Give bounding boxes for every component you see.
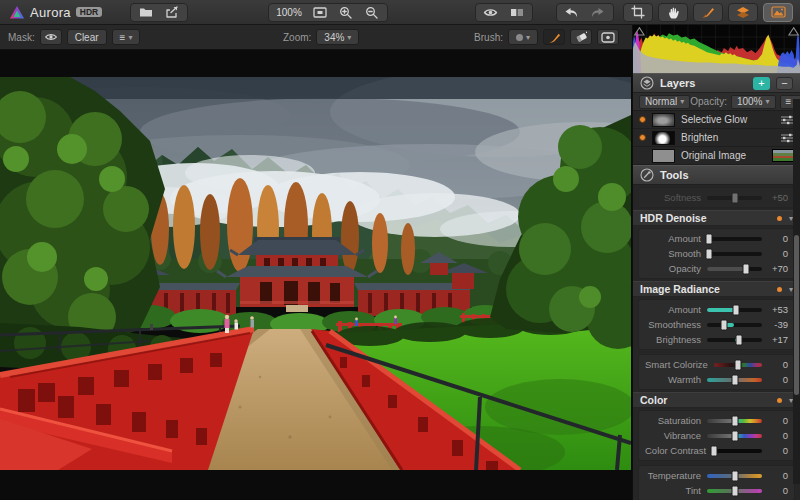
chevron-down-icon: ▾ <box>128 33 132 42</box>
chevron-down-icon: ▾ <box>680 97 684 106</box>
section-header-hdr-denoise[interactable]: HDR Denoise ▾ <box>633 210 800 226</box>
chevron-down-icon: ▾ <box>766 97 770 106</box>
brush-tool-button[interactable] <box>693 3 723 22</box>
smoothness-slider[interactable] <box>707 323 762 327</box>
file-group <box>130 3 188 22</box>
mask-menu-button[interactable]: ≡ ▾ <box>112 29 141 45</box>
smooth-slider[interactable] <box>707 252 762 256</box>
photo-byodo-in-temple[interactable] <box>0 77 631 470</box>
softness-slider[interactable] <box>707 196 762 200</box>
mask-visibility-button[interactable] <box>40 29 62 45</box>
layers-tool-button[interactable] <box>728 3 758 22</box>
compare-button[interactable] <box>504 4 530 21</box>
layer-thumbnail[interactable] <box>652 149 675 163</box>
slider-label: Softness <box>645 192 707 203</box>
layer-settings-icon[interactable] <box>780 133 794 143</box>
add-layer-button[interactable]: + <box>753 77 770 90</box>
tools-panel-icon <box>640 168 654 182</box>
mask-label: Mask: <box>8 32 35 43</box>
layer-visibility-dot[interactable] <box>639 134 646 141</box>
color-contrast-slider[interactable] <box>712 449 762 453</box>
fit-screen-button[interactable] <box>307 4 333 21</box>
saturation-slider[interactable] <box>707 419 762 423</box>
preview-eye-button[interactable] <box>478 4 504 21</box>
slider-row-smooth: Smooth 0 <box>645 247 788 260</box>
slider-row-warmth: Warmth 0 <box>645 373 788 386</box>
amount-slider[interactable] <box>707 308 762 312</box>
vibrance-slider[interactable] <box>707 434 762 438</box>
color-card: Saturation 0 Vibrance 0 Color Contrast 0 <box>638 410 795 461</box>
slider-row-amount: Amount 0 <box>645 232 788 245</box>
original-image-preview[interactable] <box>772 149 794 162</box>
zoom-label: Zoom: <box>283 32 311 43</box>
canvas-zoom-control: Zoom: 34% ▾ <box>283 29 359 45</box>
amount-slider[interactable] <box>707 237 762 241</box>
side-panel-toggle-button[interactable] <box>763 3 793 22</box>
slider-row-vibrance: Vibrance 0 <box>645 429 788 442</box>
undo-button[interactable] <box>559 4 585 21</box>
canvas-zoom-button[interactable]: 34% ▾ <box>316 29 359 45</box>
slider-row-smart-colorize: Smart Colorize 0 <box>645 358 788 371</box>
export-button[interactable] <box>159 4 185 21</box>
layer-row-original-image[interactable]: Original Image <box>633 147 800 165</box>
opacity-slider[interactable] <box>707 267 762 271</box>
shadow-clipping-triangle-icon <box>635 28 645 35</box>
slider-row-saturation: Saturation 0 <box>645 414 788 427</box>
open-folder-button[interactable] <box>133 4 159 21</box>
layer-row-selective-glow[interactable]: Selective Glow <box>633 111 800 129</box>
mask-clear-button[interactable]: Clear <box>67 29 107 45</box>
aurora-logo-icon <box>9 5 25 20</box>
image-radiance-card: Amount +53 Smoothness -39 Brightness +17 <box>638 299 795 350</box>
history-group <box>556 3 614 22</box>
layer-mask-thumbnail[interactable] <box>652 113 675 127</box>
zoom-out-button[interactable] <box>359 4 385 21</box>
warmth-slider[interactable] <box>707 378 762 382</box>
paint-brush-button[interactable] <box>543 29 565 45</box>
temperature-slider[interactable] <box>707 474 762 478</box>
brush-size-dropdown[interactable]: ▾ <box>508 29 538 45</box>
histogram <box>633 25 800 73</box>
zoom-in-button[interactable] <box>333 4 359 21</box>
section-header-image-radiance[interactable]: Image Radiance ▾ <box>633 281 800 297</box>
hdr-denoise-card: Amount 0 Smooth 0 Opacity +70 <box>638 228 795 279</box>
brightness-slider[interactable] <box>707 338 762 342</box>
section-header-color[interactable]: Color ▾ <box>633 392 800 408</box>
layer-settings-icon[interactable] <box>780 115 794 125</box>
smart-colorize-slider[interactable] <box>714 363 762 367</box>
app-name: Aurora <box>30 5 71 20</box>
tools-header: Tools <box>633 165 800 185</box>
remove-layer-button[interactable]: − <box>776 77 793 90</box>
zoom-level-button[interactable]: 100% <box>271 4 307 21</box>
highlight-clipping-triangle-icon <box>789 28 799 35</box>
opacity-dropdown[interactable]: 100%▾ <box>731 95 776 109</box>
layers-header: Layers + − <box>633 73 800 93</box>
blend-mode-dropdown[interactable]: Normal▾ <box>639 95 690 109</box>
section-active-dot[interactable] <box>777 287 782 292</box>
app-logo: Aurora HDR <box>9 5 102 20</box>
tint-slider[interactable] <box>707 489 762 493</box>
brush-controls: Brush: ▾ <box>474 29 624 45</box>
eraser-button[interactable] <box>570 29 592 45</box>
crop-button[interactable] <box>623 3 653 22</box>
top-toolbar: Aurora HDR 100% <box>0 0 800 25</box>
editing-canvas[interactable] <box>0 50 632 500</box>
layer-row-brighten[interactable]: Brighten <box>633 129 800 147</box>
layer-visibility-dot[interactable] <box>639 116 646 123</box>
blend-controls: Normal▾ Opacity: 100%▾ ≡▾ <box>633 93 800 111</box>
hamburger-icon: ≡ <box>786 96 792 107</box>
redo-button[interactable] <box>585 4 611 21</box>
chevron-down-icon: ▾ <box>347 33 351 42</box>
hdr-badge: HDR <box>76 7 102 18</box>
hand-tool-button[interactable] <box>658 3 688 22</box>
panel-scrollbar-thumb[interactable] <box>794 235 799 395</box>
opacity-label: Opacity: <box>690 96 727 107</box>
layer-mask-thumbnail[interactable] <box>652 131 675 145</box>
section-active-dot[interactable] <box>777 398 782 403</box>
slider-row-color-contrast: Color Contrast 0 <box>645 444 788 457</box>
brush-size-dot-icon <box>516 34 523 41</box>
mask-fill-button[interactable] <box>597 29 619 45</box>
layer-visibility-dot[interactable] <box>639 152 646 159</box>
section-active-dot[interactable] <box>777 216 782 221</box>
chevron-down-icon: ▾ <box>526 33 530 42</box>
preview-group <box>475 3 533 22</box>
